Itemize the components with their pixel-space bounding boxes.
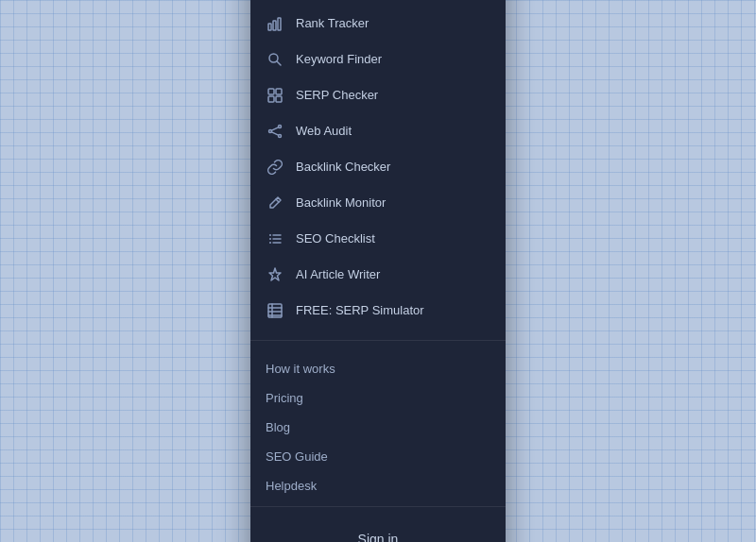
secondary-links: How it works Pricing Blog SEO Guide Help…: [250, 341, 506, 507]
svg-line-4: [277, 61, 281, 65]
menu-label-ai-article-writer: AI Article Writer: [296, 267, 380, 281]
link-blog[interactable]: Blog: [250, 413, 506, 442]
sign-in-button[interactable]: Sign in: [266, 522, 490, 543]
share-icon: [266, 122, 284, 141]
search-icon: [266, 50, 284, 69]
link-icon: [266, 158, 284, 177]
svg-rect-2: [278, 18, 281, 30]
menu-label-keyword-finder: Keyword Finder: [296, 52, 382, 66]
menu-item-keyword-finder[interactable]: Keyword Finder: [250, 42, 506, 77]
auth-section: Sign in Sign up: [250, 507, 506, 543]
svg-point-20: [269, 242, 271, 244]
menu-label-serp-simulator: FREE: SERP Simulator: [296, 303, 424, 317]
svg-rect-0: [268, 24, 271, 30]
menu-label-rank-tracker: Rank Tracker: [296, 16, 369, 30]
menu-item-seo-checklist[interactable]: SEO Checklist: [250, 221, 506, 257]
menu-label-web-audit: Web Audit: [296, 124, 352, 138]
menu-item-serp-simulator[interactable]: FREE: SERP Simulator: [250, 293, 506, 329]
grid-icon: [266, 86, 284, 105]
svg-line-12: [272, 127, 279, 129]
list-icon: [266, 229, 284, 248]
menu-content: ✕ Rank Tracker: [250, 0, 506, 542]
link-helpdesk[interactable]: Helpdesk: [250, 471, 506, 500]
svg-rect-8: [276, 96, 282, 102]
bar-chart-icon: [266, 14, 284, 33]
svg-rect-7: [268, 96, 274, 102]
link-pricing[interactable]: Pricing: [250, 383, 506, 413]
menu-label-seo-checklist: SEO Checklist: [296, 231, 375, 246]
tool-menu-items: Rank Tracker Keyword Finder: [250, 2, 506, 341]
svg-line-14: [276, 199, 279, 202]
link-seo-guide[interactable]: SEO Guide: [250, 442, 506, 471]
svg-rect-1: [273, 21, 276, 30]
table-icon: [266, 301, 284, 320]
menu-item-backlink-checker[interactable]: Backlink Checker: [250, 149, 506, 185]
svg-line-13: [272, 131, 279, 134]
sparkle-icon: [266, 265, 284, 284]
menu-item-backlink-monitor[interactable]: Backlink Monitor: [250, 185, 506, 221]
menu-label-backlink-checker: Backlink Checker: [296, 160, 390, 174]
svg-point-18: [269, 234, 271, 236]
edit-icon: [266, 194, 284, 212]
svg-rect-5: [268, 89, 274, 94]
menu-item-web-audit[interactable]: Web Audit: [250, 113, 506, 149]
link-how-it-works[interactable]: How it works: [250, 354, 506, 383]
svg-rect-6: [276, 89, 282, 94]
menu-label-serp-checker: SERP Checker: [296, 88, 378, 102]
menu-item-ai-article-writer[interactable]: AI Article Writer: [250, 257, 506, 293]
phone-frame: aA 🔒 ranktracker.com ↺ ✕: [250, 0, 506, 542]
menu-label-backlink-monitor: Backlink Monitor: [296, 195, 386, 210]
menu-item-serp-checker[interactable]: SERP Checker: [250, 77, 506, 113]
menu-item-rank-tracker[interactable]: Rank Tracker: [250, 6, 506, 42]
svg-point-19: [269, 238, 271, 240]
